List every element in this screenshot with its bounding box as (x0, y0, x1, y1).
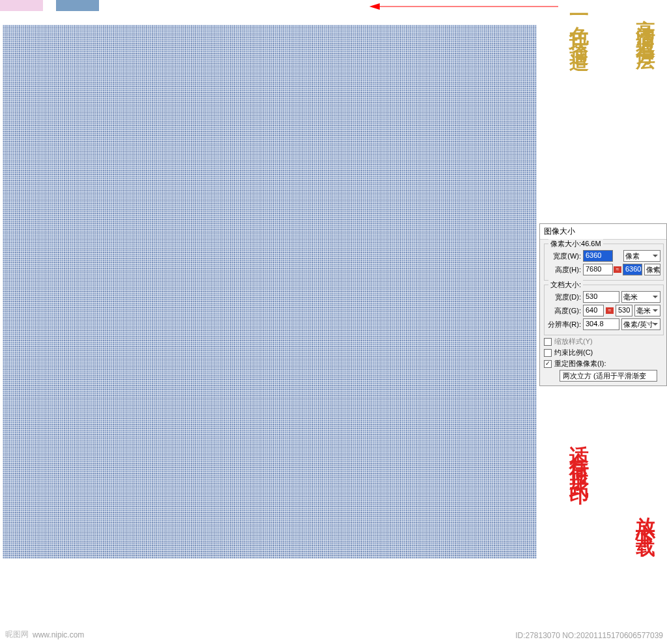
hint-badge-icon: ≈ (614, 266, 621, 273)
pixel-dimensions-legend: 像素大小:46.6M (548, 239, 603, 249)
height-pixels-input[interactable]: 7680 ≈ (583, 264, 613, 275)
annotation-gold-2: 高清通道分层 (632, 4, 659, 43)
scale-styles-checkbox[interactable] (544, 338, 552, 346)
swatch-bar (0, 0, 99, 11)
height-doc-label: 高度(G): (547, 306, 581, 316)
swatch-gap (43, 0, 56, 11)
height-pixels-value: 7680 (586, 265, 601, 273)
resolution-unit-select[interactable]: 像素/英寸 (621, 318, 660, 330)
height-pixels-label: 高度(H): (547, 265, 581, 275)
watermark-left: 昵图网 www.nipic.com (5, 629, 84, 640)
width-doc-input[interactable]: 530 (583, 291, 619, 303)
document-size-group: 文档大小: 宽度(D): 530 毫米 高度(G): 640 ≈ 530 毫米 … (544, 285, 664, 335)
constrain-proportions-label: 约束比例(C) (554, 348, 593, 357)
watermark-right: ID:27813070 NO:20201115170606577039 (515, 631, 663, 640)
watermark-url: www.nipic.com (33, 630, 84, 639)
arrow-annotation (369, 3, 558, 10)
dialog-title: 图像大小 (540, 224, 666, 240)
height-doc-hint: 530 (616, 305, 632, 316)
width-doc-label: 宽度(D): (547, 292, 581, 302)
height-pixels-hint: 6360 (623, 264, 642, 275)
swatch-pink (0, 0, 43, 11)
swatch-blue (56, 0, 99, 11)
width-pixels-input[interactable]: 6360 (583, 250, 613, 262)
hint-badge-icon: ≈ (606, 307, 614, 314)
width-pixels-label: 宽度(W): (547, 251, 581, 261)
fabric-texture-preview (3, 25, 537, 559)
height-pixels-unit-select[interactable]: 像素 (644, 264, 660, 275)
pixel-dimensions-group: 像素大小:46.6M 宽度(W): 6360 像素 高度(H): 7680 ≈ … (544, 244, 664, 281)
resample-label: 重定图像像素(I): (554, 359, 606, 369)
interpolation-select[interactable]: 两次立方 (适用于平滑渐变 (560, 370, 657, 382)
resolution-input[interactable]: 304.8 (583, 318, 619, 330)
annotation-gold-1: 一色块一通道 (565, 4, 592, 43)
scale-styles-label: 缩放样式(Y) (554, 337, 593, 346)
svg-marker-1 (369, 3, 380, 10)
width-pixels-unit-select[interactable]: 像素 (623, 250, 660, 262)
annotation-red-1: 适合任何形式印 (565, 430, 592, 475)
annotation-red-2: 放心下载 (632, 501, 659, 527)
document-size-legend: 文档大小: (548, 280, 583, 290)
resample-checkbox[interactable] (544, 360, 552, 368)
constrain-proportions-checkbox[interactable] (544, 349, 552, 357)
image-size-dialog: 图像大小 像素大小:46.6M 宽度(W): 6360 像素 高度(H): 76… (539, 223, 667, 386)
width-doc-unit-select[interactable]: 毫米 (621, 291, 660, 303)
resolution-label: 分辨率(R): (547, 320, 581, 329)
watermark-logo: 昵图网 (5, 629, 29, 640)
height-doc-unit-select[interactable]: 毫米 (634, 305, 660, 316)
height-doc-input[interactable]: 640 (583, 305, 604, 316)
